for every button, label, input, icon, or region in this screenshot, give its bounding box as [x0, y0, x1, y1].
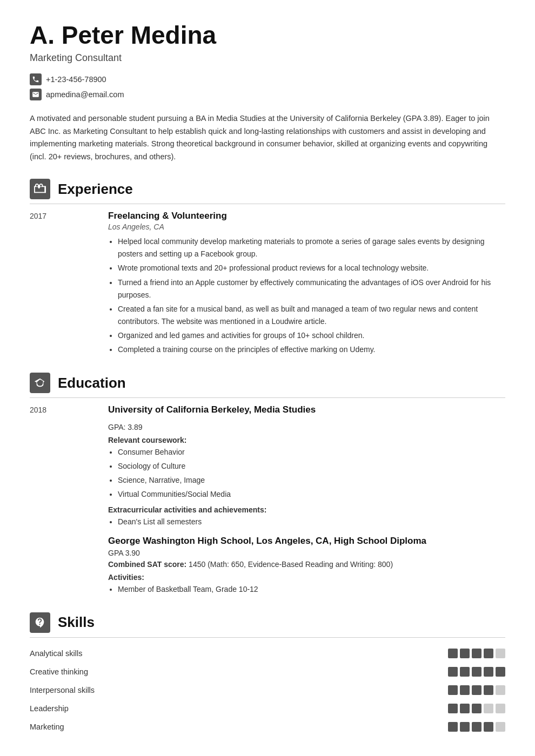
bullet-item: Turned a friend into an Apple customer b… — [118, 276, 505, 301]
edu-content: University of California Berkeley, Media… — [108, 404, 505, 597]
skill-dots — [448, 649, 505, 658]
skill-row: Interpersonal skills — [30, 681, 505, 699]
hs-sat: Combined SAT score: 1450 (Math: 650, Evi… — [108, 560, 505, 569]
hs-activities-list: Member of Basketball Team, Grade 10-12 — [108, 583, 505, 596]
coursework-item: Sociology of Culture — [118, 460, 505, 473]
summary-text: A motivated and personable student pursu… — [30, 112, 505, 164]
email-text: apmedina@email.com — [46, 90, 124, 99]
coursework-item: Science, Narrative, Image — [118, 474, 505, 487]
education-icon — [30, 373, 50, 393]
entry-bullets: Helped local community develop marketing… — [108, 235, 505, 356]
skill-dots — [448, 704, 505, 713]
education-header: Education — [30, 373, 505, 398]
skills-icon — [30, 612, 50, 633]
hs-activities-label: Activities: — [108, 573, 505, 582]
dot-filled — [472, 667, 482, 677]
entry-year: 2017 — [30, 211, 108, 357]
experience-entry: 2017Freelancing & VolunteeringLos Angele… — [30, 211, 505, 357]
education-entries: 2018University of California Berkeley, M… — [30, 404, 505, 597]
full-name: A. Peter Medina — [30, 22, 505, 49]
edu-title: University of California Berkeley, Media… — [108, 404, 505, 415]
phone-icon — [30, 73, 42, 85]
dot-filled — [448, 704, 458, 713]
experience-section: Experience 2017Freelancing & Volunteerin… — [30, 179, 505, 357]
dot-empty — [484, 704, 493, 713]
skill-row: Leadership — [30, 699, 505, 718]
dot-filled — [460, 685, 470, 695]
dot-filled — [448, 667, 458, 677]
dot-empty — [496, 649, 505, 658]
coursework-item: Consumer Behavior — [118, 446, 505, 458]
hs-title: George Washington High School, Los Angel… — [108, 536, 505, 546]
dot-filled — [460, 649, 470, 658]
experience-header: Experience — [30, 179, 505, 204]
dot-filled — [472, 649, 482, 658]
entry-year: 2018 — [30, 404, 108, 597]
bullet-item: Completed a training course on the princ… — [118, 343, 505, 356]
skill-dots — [448, 685, 505, 695]
dot-filled — [460, 704, 470, 713]
dot-filled — [448, 722, 458, 732]
entry-location: Los Angeles, CA — [108, 222, 505, 231]
bullet-item: Helped local community develop marketing… — [118, 235, 505, 260]
phone-row: +1-23-456-78900 — [30, 73, 505, 85]
dot-filled — [484, 722, 493, 732]
activity-item: Member of Basketball Team, Grade 10-12 — [118, 583, 505, 596]
phone-text: +1-23-456-78900 — [46, 75, 106, 84]
coursework-list: Consumer BehaviorSociology of CultureSci… — [108, 446, 505, 501]
dot-filled — [472, 704, 482, 713]
dot-filled — [472, 722, 482, 732]
education-title: Education — [58, 375, 126, 392]
dot-empty — [496, 685, 505, 695]
skill-name: Creative thinking — [30, 667, 88, 676]
skill-name: Analytical skills — [30, 649, 83, 658]
email-row: apmedina@email.com — [30, 89, 505, 100]
dot-filled — [472, 685, 482, 695]
dot-filled — [484, 667, 493, 677]
skill-dots — [448, 722, 505, 732]
dot-filled — [484, 685, 493, 695]
bullet-item: Organized and led games and activities f… — [118, 329, 505, 342]
experience-title: Experience — [58, 181, 133, 198]
skill-row: Marketing — [30, 718, 505, 736]
skill-name: Marketing — [30, 723, 64, 731]
coursework-label: Relevant coursework: — [108, 436, 505, 444]
extracurricular-item: Dean's List all semesters — [118, 516, 505, 528]
skills-title: Skills — [58, 614, 95, 631]
dot-filled — [496, 667, 505, 677]
skill-name: Leadership — [30, 704, 69, 713]
entry-title: Freelancing & Volunteering — [108, 211, 505, 221]
skills-header: Skills — [30, 612, 505, 638]
dot-empty — [496, 722, 505, 732]
bullet-item: Created a fan site for a musical band, a… — [118, 303, 505, 328]
edu-gpa: GPA: 3.89 — [108, 423, 505, 431]
education-entry: 2018University of California Berkeley, M… — [30, 404, 505, 597]
dot-filled — [484, 649, 493, 658]
email-icon — [30, 89, 42, 100]
skill-row: Creative thinking — [30, 663, 505, 681]
dot-filled — [448, 649, 458, 658]
experience-entries: 2017Freelancing & VolunteeringLos Angele… — [30, 211, 505, 357]
education-section: Education 2018University of California B… — [30, 373, 505, 597]
bullet-item: Wrote promotional texts and 20+ professi… — [118, 262, 505, 274]
extracurricular-label: Extracurricular activities and achieveme… — [108, 505, 505, 514]
dot-filled — [460, 667, 470, 677]
skills-entries: Analytical skillsCreative thinkingInterp… — [30, 644, 505, 736]
dot-filled — [448, 685, 458, 695]
entry-content: Freelancing & VolunteeringLos Angeles, C… — [108, 211, 505, 357]
extracurricular-list: Dean's List all semesters — [108, 516, 505, 528]
dot-empty — [496, 704, 505, 713]
skill-name: Interpersonal skills — [30, 686, 95, 694]
skill-dots — [448, 667, 505, 677]
header: A. Peter Medina Marketing Consultant +1-… — [30, 22, 505, 100]
experience-icon — [30, 179, 50, 199]
job-title: Marketing Consultant — [30, 52, 505, 64]
hs-gpa: GPA 3.90 — [108, 549, 505, 557]
dot-filled — [460, 722, 470, 732]
skill-row: Analytical skills — [30, 644, 505, 663]
coursework-item: Virtual Communities/Social Media — [118, 488, 505, 501]
skills-section: Skills Analytical skillsCreative thinkin… — [30, 612, 505, 736]
